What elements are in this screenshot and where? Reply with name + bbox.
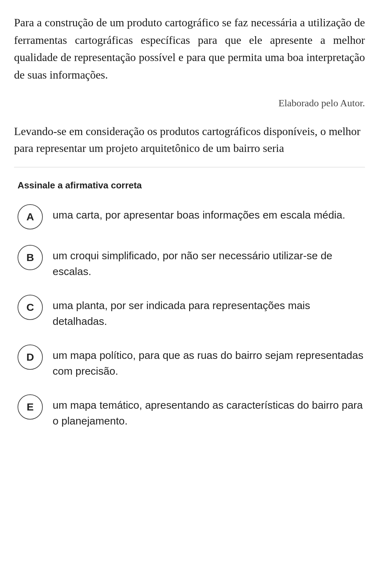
attribution-text: Elaborado pelo Autor. (14, 98, 365, 109)
list-item[interactable]: Eum mapa temático, apresentando as carac… (14, 394, 365, 429)
option-letter-d: D (18, 345, 43, 370)
option-letter-b: B (18, 245, 43, 270)
option-letter-a: A (18, 204, 43, 229)
option-text-e: um mapa temático, apresentando as caract… (53, 394, 365, 429)
list-item[interactable]: Dum mapa político, para que as ruas do b… (14, 344, 365, 379)
intro-paragraph: Para a construção de um produto cartográ… (14, 14, 365, 83)
option-text-c: uma planta, por ser indicada para repres… (53, 294, 365, 329)
list-item[interactable]: Bum croqui simplificado, por não ser nec… (14, 244, 365, 279)
divider (14, 167, 365, 167)
options-list: Auma carta, por apresentar boas informaç… (14, 203, 365, 429)
list-item[interactable]: Cuma planta, por ser indicada para repre… (14, 294, 365, 329)
option-letter-e: E (18, 394, 43, 420)
option-letter-c: C (18, 295, 43, 320)
question-text: Levando-se em consideração os produtos c… (14, 123, 365, 156)
option-text-b: um croqui simplificado, por não ser nece… (53, 244, 365, 279)
instruction-label: Assinale a afirmativa correta (14, 180, 365, 191)
list-item[interactable]: Auma carta, por apresentar boas informaç… (14, 203, 365, 229)
option-text-d: um mapa político, para que as ruas do ba… (53, 344, 365, 379)
option-text-a: uma carta, por apresentar boas informaçõ… (53, 203, 365, 223)
